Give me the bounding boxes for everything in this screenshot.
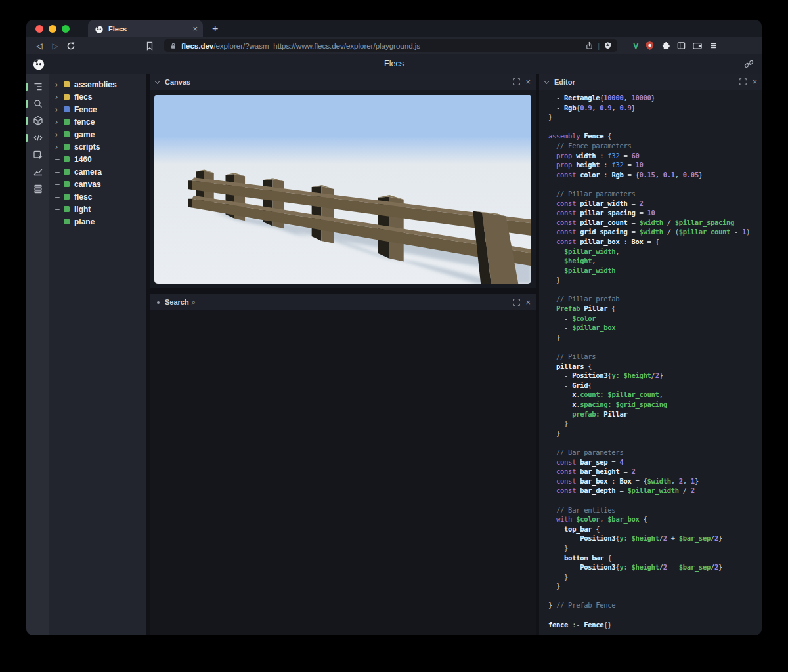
code-line[interactable]: const bar_depth = $pillar_width / 2: [548, 486, 762, 496]
code-line[interactable]: prop height : f32 = 10: [548, 161, 762, 171]
code-line[interactable]: pillars {: [548, 362, 762, 372]
code-line[interactable]: - Rgb{0.9, 0.9, 0.9}: [548, 104, 762, 114]
tree-item-fence[interactable]: ›fence: [55, 116, 146, 128]
code-line[interactable]: // Fence parameters: [548, 142, 762, 152]
code-line[interactable]: prop width : f32 = 60: [548, 152, 762, 161]
tree-item-flesc[interactable]: –flesc: [55, 190, 146, 203]
code-line[interactable]: }: [548, 419, 762, 429]
sidebar-item-outliner[interactable]: [26, 78, 49, 95]
code-line[interactable]: }: [548, 573, 762, 583]
search-panel-header[interactable]: Search⌕ ×: [150, 294, 536, 310]
code-line[interactable]: // Pillars: [548, 352, 762, 362]
chevron-down-icon[interactable]: [544, 78, 549, 83]
sidebar-item-inspector[interactable]: [26, 146, 49, 163]
tree-item-camera[interactable]: –camera: [55, 165, 146, 178]
tree-item-Fence[interactable]: ›Fence: [55, 103, 146, 116]
code-line[interactable]: const bar_box : Box = {$width, 2, 1}: [548, 477, 762, 487]
close-icon[interactable]: ×: [525, 298, 531, 306]
code-line[interactable]: const pillar_count = $width / $pillar_sp…: [548, 219, 762, 228]
tree-item-assemblies[interactable]: ›assemblies: [55, 78, 146, 91]
code-line[interactable]: }: [548, 113, 762, 123]
code-line[interactable]: x.count: $pillar_count,: [548, 390, 762, 400]
code-line[interactable]: - Position3{y: $height/2 - $bar_sep/2}: [548, 563, 762, 573]
expand-chevron-icon[interactable]: ›: [55, 80, 64, 89]
expand-icon[interactable]: [513, 299, 520, 306]
code-line[interactable]: const bar_sep = 4: [548, 458, 762, 468]
code-line[interactable]: [548, 592, 762, 602]
code-line[interactable]: top_bar {: [548, 525, 762, 535]
code-line[interactable]: const bar_height = 2: [548, 467, 762, 477]
code-line[interactable]: const grid_spacing = $width / ($pillar_c…: [548, 228, 762, 238]
code-line[interactable]: - $color: [548, 314, 762, 324]
expand-chevron-icon[interactable]: ›: [55, 142, 64, 152]
sidebar-item-statistics[interactable]: [26, 163, 49, 180]
code-line[interactable]: [548, 438, 762, 448]
adblock-extension-icon[interactable]: [645, 41, 655, 51]
code-line[interactable]: - Rectangle{10000, 10000}: [548, 94, 762, 104]
sidebar-item-queries[interactable]: [26, 180, 49, 198]
code-line[interactable]: // Pillar parameters: [548, 190, 762, 200]
code-line[interactable]: assembly Fence {: [548, 132, 762, 142]
code-line[interactable]: [548, 180, 762, 190]
extensions-puzzle-icon[interactable]: [661, 41, 670, 51]
share-link-icon[interactable]: [744, 59, 754, 69]
editor-code[interactable]: - Rectangle{10000, 10000} - Rgb{0.9, 0.9…: [539, 90, 762, 635]
code-line[interactable]: [548, 285, 762, 295]
code-line[interactable]: - Position3{y: $height/2}: [548, 371, 762, 381]
expand-icon[interactable]: [739, 78, 747, 85]
code-line[interactable]: [548, 611, 762, 621]
menu-icon[interactable]: [709, 41, 718, 51]
tree-item-light[interactable]: –light: [55, 203, 146, 215]
expand-icon[interactable]: [513, 78, 520, 85]
code-line[interactable]: }: [548, 429, 762, 439]
sidebar-item-search[interactable]: [26, 95, 49, 112]
new-tab-button[interactable]: +: [212, 23, 218, 35]
expand-chevron-icon[interactable]: ›: [55, 130, 64, 139]
bookmark-sidebar-button[interactable]: [142, 41, 158, 51]
url-bar[interactable]: flecs.dev/explorer/?wasm=https://www.fle…: [164, 39, 617, 52]
tree-item-canvas[interactable]: –canvas: [55, 178, 146, 190]
tree-item-game[interactable]: ›game: [55, 128, 146, 140]
canvas-3d-view[interactable]: [154, 94, 531, 284]
code-line[interactable]: const pillar_spacing = 10: [548, 209, 762, 219]
wallet-icon[interactable]: [692, 41, 703, 51]
sidebar-item-script[interactable]: [26, 129, 49, 146]
tab-flecs[interactable]: Flecs ×: [88, 20, 203, 37]
sidebar-toggle-icon[interactable]: [676, 41, 686, 51]
code-line[interactable]: const color : Rgb = {0.15, 0.1, 0.05}: [548, 171, 762, 180]
code-line[interactable]: }: [548, 276, 762, 285]
expand-chevron-icon[interactable]: ›: [55, 105, 64, 114]
code-line[interactable]: fence :- Fence{}: [548, 621, 762, 631]
tree-item-1460[interactable]: –1460: [55, 153, 146, 165]
chevron-down-icon[interactable]: [154, 78, 160, 83]
canvas-panel-header[interactable]: Canvas ×: [150, 74, 536, 90]
code-line[interactable]: const pillar_box : Box = {: [548, 238, 762, 247]
tree-item-plane[interactable]: –plane: [55, 215, 146, 228]
expand-chevron-icon[interactable]: ›: [55, 117, 64, 127]
forward-button[interactable]: ▷: [47, 41, 63, 51]
back-button[interactable]: ◁: [32, 41, 47, 51]
minimize-window-button[interactable]: [49, 25, 56, 33]
code-line[interactable]: $pillar_width,: [548, 247, 762, 257]
code-line[interactable]: } // Prefab Fence: [548, 601, 762, 611]
flecs-logo-icon[interactable]: [32, 57, 45, 70]
code-line[interactable]: // Pillar prefab: [548, 295, 762, 304]
code-line[interactable]: [548, 343, 762, 352]
maximize-window-button[interactable]: [62, 25, 70, 33]
code-line[interactable]: with $color, $bar_box {: [548, 515, 762, 525]
code-line[interactable]: $height,: [548, 257, 762, 266]
code-line[interactable]: }: [548, 333, 762, 343]
url-text[interactable]: flecs.dev/explorer/?wasm=https://www.fle…: [181, 42, 585, 50]
code-line[interactable]: bottom_bar {: [548, 554, 762, 564]
sidebar-item-entities[interactable]: [26, 112, 49, 129]
code-line[interactable]: }: [548, 544, 762, 554]
close-window-button[interactable]: [35, 25, 43, 33]
code-line[interactable]: x.spacing: $grid_spacing: [548, 400, 762, 410]
reload-button[interactable]: [63, 41, 79, 51]
code-line[interactable]: [548, 123, 762, 133]
tree-item-flecs[interactable]: ›flecs: [55, 91, 146, 103]
search-panel-body[interactable]: [150, 310, 536, 635]
code-line[interactable]: const pillar_width = 2: [548, 200, 762, 209]
code-line[interactable]: prefab: Pillar: [548, 410, 762, 420]
code-line[interactable]: // Bar entities: [548, 506, 762, 516]
